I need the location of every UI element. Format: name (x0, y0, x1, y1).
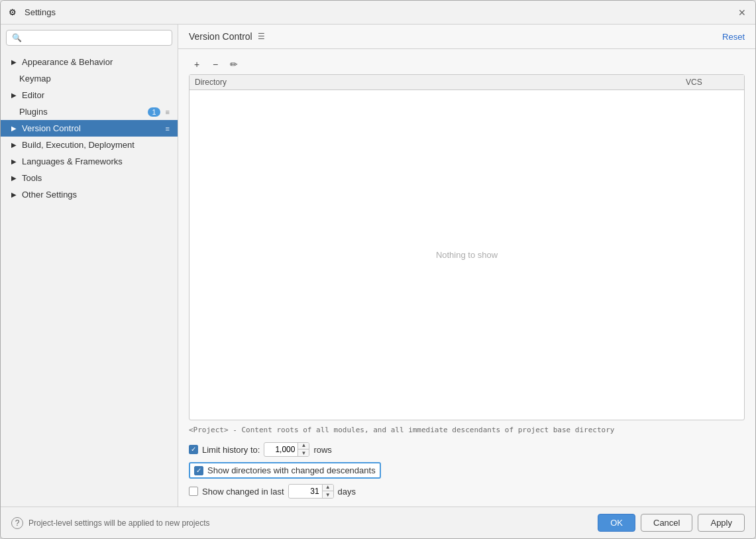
spinner-down[interactable]: ▼ (298, 449, 309, 457)
show-changed-last-suffix: days (338, 487, 356, 497)
limit-history-row: Limit history to: ▲ ▼ rows (189, 442, 745, 457)
chevron-icon: ▶ (11, 58, 17, 66)
footer-text: Project-level settings will be applied t… (28, 518, 209, 528)
help-button[interactable]: ? (11, 517, 23, 529)
spinner-up-2[interactable]: ▲ (323, 484, 333, 491)
sidebar: 🔍 ▶ Appearance & Behavior Keymap ▶ Edito… (1, 25, 178, 507)
reset-link[interactable]: Reset (722, 32, 745, 42)
limit-history-spinner[interactable]: ▲ ▼ (264, 442, 309, 457)
spinner-buttons-2: ▲ ▼ (322, 484, 333, 499)
sidebar-item-label: Version Control (22, 123, 81, 133)
sidebar-item-build[interactable]: ▶ Build, Execution, Deployment (1, 137, 178, 153)
col-vcs: VCS (686, 78, 739, 87)
chevron-icon: ▶ (11, 158, 17, 165)
sidebar-item-label: Appearance & Behavior (22, 57, 113, 67)
search-icon: 🔍 (12, 33, 22, 42)
sidebar-item-label: Editor (22, 90, 44, 100)
search-input[interactable] (25, 33, 166, 42)
col-directory: Directory (195, 78, 686, 87)
footer: ? Project-level settings will be applied… (1, 507, 755, 538)
spinner-up[interactable]: ▲ (298, 442, 309, 449)
chevron-icon: ▶ (11, 141, 17, 149)
show-changed-last-input[interactable] (289, 485, 322, 497)
empty-message: Nothing to show (436, 250, 498, 260)
show-changed-last-checkbox[interactable] (189, 487, 198, 496)
limit-history-label: Limit history to: (202, 445, 260, 455)
menu-icon: ≡ (166, 125, 170, 133)
sidebar-item-version-control[interactable]: ▶ Version Control ≡ (1, 120, 178, 137)
chevron-icon: ▶ (11, 125, 17, 132)
app-icon: ⚙ (9, 7, 19, 18)
limit-history-checkbox[interactable] (189, 445, 198, 454)
sidebar-item-label: Tools (22, 173, 42, 183)
content-header: Version Control ☰ Reset (178, 25, 755, 49)
content-main: + − ✏ Directory VCS Nothing to show <Pro… (178, 49, 755, 507)
plugins-badge: 1 (148, 107, 160, 117)
remove-button[interactable]: − (207, 57, 223, 72)
menu-icon: ≡ (166, 108, 170, 116)
sidebar-item-label: Other Settings (22, 190, 77, 200)
vcs-table: Directory VCS Nothing to show (189, 74, 745, 420)
show-changed-last-row: Show changed in last ▲ ▼ days (189, 484, 745, 499)
show-changed-last-spinner[interactable]: ▲ ▼ (288, 484, 334, 499)
limit-history-input[interactable] (264, 444, 297, 455)
main-content: 🔍 ▶ Appearance & Behavior Keymap ▶ Edito… (1, 25, 755, 507)
settings-window: ⚙ Settings ✕ 🔍 ▶ Appearance & Behavior K… (0, 0, 756, 539)
chevron-icon: ▶ (11, 91, 17, 99)
title-bar: ⚙ Settings ✕ (1, 1, 755, 25)
add-button[interactable]: + (189, 57, 205, 72)
chevron-icon: ▶ (11, 191, 17, 198)
sidebar-item-keymap[interactable]: Keymap (1, 70, 178, 87)
sidebar-item-tools[interactable]: ▶ Tools (1, 170, 178, 186)
window-title: Settings (25, 7, 56, 17)
sidebar-item-editor[interactable]: ▶ Editor (1, 87, 178, 103)
edit-button[interactable]: ✏ (226, 57, 242, 72)
title-bar-left: ⚙ Settings (9, 7, 56, 18)
vcs-table-header: Directory VCS (189, 75, 744, 90)
show-changed-desc-label: Show directories with changed descendant… (207, 465, 376, 475)
sidebar-item-label: Languages & Frameworks (22, 156, 123, 166)
sidebar-item-label: Keymap (19, 74, 51, 84)
sidebar-item-appearance[interactable]: ▶ Appearance & Behavior (1, 54, 178, 70)
content-menu-icon: ☰ (258, 32, 265, 41)
show-changed-last-label: Show changed in last (202, 487, 284, 497)
spinner-down-2[interactable]: ▼ (323, 491, 333, 499)
footer-left: ? Project-level settings will be applied… (11, 517, 209, 529)
project-info: <Project> - Content roots of all modules… (189, 426, 745, 434)
vcs-toolbar: + − ✏ (189, 57, 745, 72)
apply-button[interactable]: Apply (698, 514, 745, 532)
sidebar-item-other[interactable]: ▶ Other Settings (1, 186, 178, 203)
content-title: Version Control ☰ (189, 31, 265, 42)
spinner-buttons: ▲ ▼ (297, 442, 309, 457)
footer-buttons: OK Cancel Apply (598, 514, 745, 532)
sidebar-item-label: Build, Execution, Deployment (22, 140, 135, 150)
sidebar-item-languages[interactable]: ▶ Languages & Frameworks (1, 153, 178, 170)
content-title-text: Version Control (189, 31, 252, 42)
sidebar-item-label: Plugins (19, 107, 48, 117)
sidebar-item-plugins[interactable]: Plugins 1 ≡ (1, 103, 178, 120)
show-changed-desc-checkbox[interactable] (194, 466, 203, 475)
chevron-icon: ▶ (11, 174, 17, 182)
options-section: Limit history to: ▲ ▼ rows (189, 442, 745, 499)
limit-history-suffix: rows (313, 445, 331, 455)
nav-items: ▶ Appearance & Behavior Keymap ▶ Editor … (1, 51, 178, 206)
vcs-table-body: Nothing to show (189, 90, 744, 420)
show-changed-desc-row: Show directories with changed descendant… (189, 462, 745, 479)
search-box[interactable]: 🔍 (6, 30, 172, 46)
ok-button[interactable]: OK (598, 514, 635, 532)
show-changed-desc-highlight: Show directories with changed descendant… (189, 462, 381, 479)
cancel-button[interactable]: Cancel (641, 514, 692, 532)
content-area: Version Control ☰ Reset + − ✏ Directory … (178, 25, 755, 507)
close-button[interactable]: ✕ (737, 7, 747, 18)
